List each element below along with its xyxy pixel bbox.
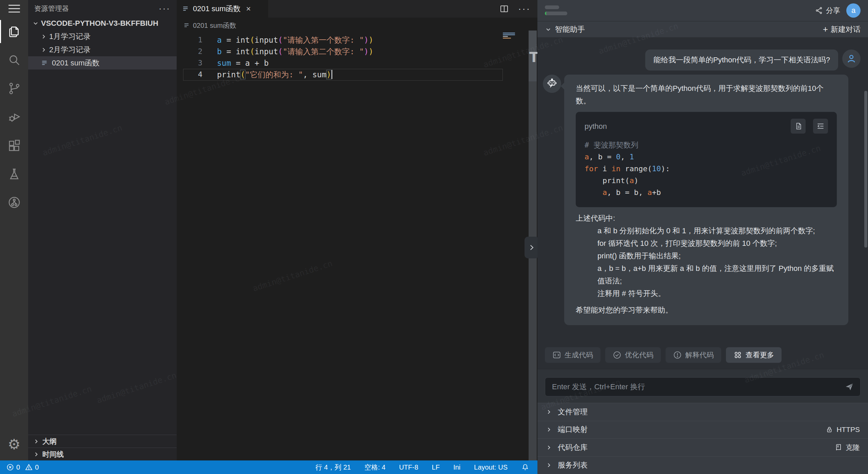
minimap[interactable] [503, 33, 515, 39]
copy-code-button[interactable] [791, 119, 806, 134]
tree-folder-feb[interactable]: 2月学习记录 [28, 43, 177, 56]
cursor-position-status[interactable]: 行 4，列 21 [315, 463, 351, 472]
explanation-title: 上述代码中: [576, 212, 837, 224]
send-icon[interactable] [845, 382, 854, 392]
editor-more-icon[interactable]: ··· [518, 3, 531, 14]
remote-explorer-icon[interactable] [0, 188, 28, 217]
robot-icon [546, 78, 558, 90]
settings-gear-icon[interactable]: ⚙ [8, 437, 21, 452]
extensions-icon[interactable] [0, 131, 28, 160]
generate-code-button[interactable]: 生成代码 [545, 347, 600, 363]
repo-clone-icon [834, 443, 843, 452]
assistant-panel: 分享 a 智能助手 + 新建对话 能给我一段简单的Python代码，学习一下相关… [537, 0, 868, 474]
panel-sections: 文件管理 端口映射 HTTPS 代码仓库 克隆 服务列表 [537, 403, 868, 474]
new-chat-button[interactable]: + 新建对话 [823, 24, 861, 35]
outline-section[interactable]: 大纲 [28, 435, 177, 448]
user-avatar[interactable]: a [846, 3, 861, 18]
grid-circles-icon [733, 351, 742, 359]
share-button[interactable]: 分享 [815, 6, 840, 15]
timeline-section[interactable]: 时间线 [28, 448, 177, 460]
menu-icon[interactable] [8, 5, 20, 13]
section-port-mapping[interactable]: 端口映射 HTTPS [537, 421, 868, 439]
check-circle-icon [613, 351, 622, 359]
https-badge[interactable]: HTTPS [825, 426, 860, 434]
copy-icon [794, 122, 803, 131]
explanation-item: a 和 b 分别初始化为 0 和 1，用来计算斐波那契数列的前两个数字; [576, 224, 837, 237]
code-editor[interactable]: 1a = int(input("请输入第一个数字: ")) 2b = int(i… [177, 34, 537, 80]
share-icon [815, 6, 823, 15]
section-file-manager[interactable]: 文件管理 [537, 403, 868, 421]
chat-input-area: Enter 发送，Ctrl+Enter 换行 [537, 369, 868, 403]
person-icon [846, 53, 857, 64]
exclaim-circle-icon [673, 351, 682, 359]
chevron-right-icon [40, 33, 47, 40]
language-status[interactable]: Ini [453, 463, 460, 471]
chat-code-block: python # 斐波那契数列 a, b = 0, 1 [576, 112, 837, 207]
eol-status[interactable]: LF [432, 463, 440, 471]
insert-code-button[interactable] [813, 119, 828, 134]
assistant-message-row: 当然可以，以下是一个简单的Python代码，用于求解斐波那契数列的前10个数。 … [543, 75, 861, 325]
search-icon[interactable] [0, 46, 28, 74]
indent-status[interactable]: 空格: 4 [364, 463, 386, 472]
explorer-icon[interactable] [0, 17, 28, 46]
explorer-title: 资源管理器 [34, 4, 69, 13]
tree-file-0201-selected[interactable]: 0201 sum函数 [28, 56, 177, 70]
warning-icon [25, 463, 33, 471]
code-line-current: 4print("它们的和为: ", sum) [177, 69, 537, 80]
panel-menu-bars[interactable] [545, 5, 567, 15]
code-line: 3sum = a + b [177, 57, 537, 69]
activity-bar: ⚙ [0, 0, 28, 460]
chevron-right-icon [33, 438, 40, 445]
code-line: 2b = int(input("请输入第二个数字: ")) [177, 46, 537, 57]
explorer-more-icon[interactable]: ··· [159, 3, 171, 14]
section-code-repo[interactable]: 代码仓库 克隆 [537, 438, 868, 456]
explorer-header: 资源管理器 ··· [28, 0, 177, 17]
run-debug-icon[interactable] [0, 103, 28, 131]
tree-folder-jan[interactable]: 1月学习记录 [28, 30, 177, 43]
encoding-status[interactable]: UTF-8 [399, 463, 418, 471]
chevron-right-icon [546, 426, 552, 433]
problems-status[interactable]: 0 0 [0, 463, 39, 471]
clone-badge[interactable]: 克隆 [834, 443, 860, 452]
error-count: 0 [16, 463, 20, 471]
chevron-right-icon [546, 409, 552, 415]
file-list-icon [182, 5, 190, 13]
explanation-item: 注释用 # 符号开头。 [576, 287, 837, 300]
chevron-right-icon [40, 46, 47, 53]
testing-icon[interactable] [0, 160, 28, 188]
error-icon [6, 463, 14, 471]
breadcrumb[interactable]: 0201 sum函数 [177, 18, 236, 33]
explain-code-button[interactable]: 解释代码 [666, 347, 721, 363]
chevron-down-icon [545, 26, 552, 33]
tab-close-icon[interactable]: × [246, 5, 251, 13]
warning-count: 0 [35, 463, 39, 471]
chat-input[interactable]: Enter 发送，Ctrl+Enter 换行 [545, 377, 861, 396]
split-editor-icon[interactable] [499, 4, 509, 14]
file-list-icon [41, 59, 48, 67]
tab-0201-sum[interactable]: 0201 sum函数 × [177, 0, 268, 18]
user-message-bubble: 能给我一段简单的Python代码，学习一下相关语法吗? [645, 50, 838, 71]
expand-panel-button[interactable] [525, 237, 539, 258]
bell-icon[interactable] [521, 463, 529, 471]
chat-scrollbar-thumb[interactable] [864, 91, 867, 248]
editor-tab-bar: 0201 sum函数 × ··· [177, 0, 537, 18]
quick-actions: 生成代码 优化代码 解释代码 查看更多 [545, 347, 782, 363]
view-more-button[interactable]: 查看更多 [726, 347, 782, 363]
optimize-code-button[interactable]: 优化代码 [605, 347, 661, 363]
assistant-message-bubble: 当然可以，以下是一个简单的Python代码，用于求解斐波那契数列的前10个数。 … [564, 75, 848, 325]
chevron-right-icon [528, 244, 535, 251]
panel-top-bar: 分享 a [537, 0, 868, 21]
tree-root-folder[interactable]: VSCODE-PYTHON-V3-BKFFBIUH [28, 17, 177, 30]
editor-area: 0201 sum函数 × ··· 0201 sum函数 1a = int(inp… [177, 0, 537, 460]
layout-status[interactable]: Layout: US [474, 463, 508, 471]
code-line: 1a = int(input("请输入第一个数字: ")) [177, 34, 537, 46]
plus-icon: + [823, 24, 828, 35]
section-service-list[interactable]: 服务列表 [537, 456, 868, 474]
assistant-title-toggle[interactable]: 智能助手 [545, 24, 585, 35]
explanation-item: for 循环迭代 10 次，打印斐波那契数列的前 10 个数字; [576, 237, 837, 250]
explorer-sidebar: 资源管理器 ··· VSCODE-PYTHON-V3-BKFFBIUH 1月学习… [28, 0, 177, 460]
chevron-right-icon [546, 462, 552, 469]
user-chat-avatar [842, 50, 861, 68]
insert-icon [816, 122, 825, 131]
source-control-icon[interactable] [0, 74, 28, 103]
